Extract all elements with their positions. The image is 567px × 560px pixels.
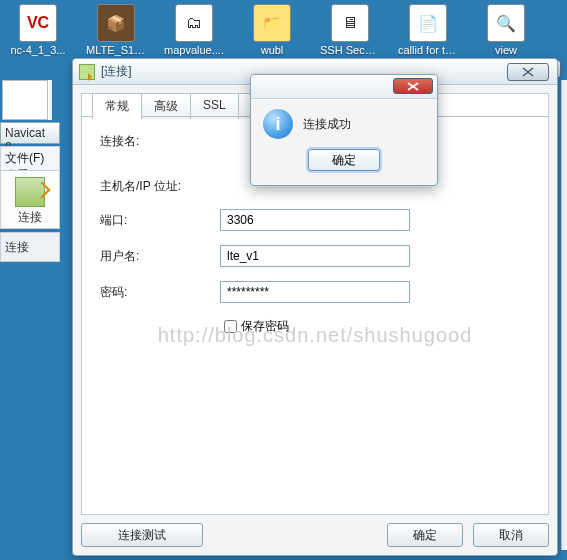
test-connection-button[interactable]: 连接测试 <box>81 523 203 547</box>
desktop-icon-view[interactable]: 🔍view <box>476 4 536 56</box>
side-panel-edge <box>561 80 567 550</box>
desktop-icon-ssh[interactable]: 🖥SSH Secure Shell Client <box>320 4 380 56</box>
label-username: 用户名: <box>100 248 220 265</box>
desktop-icon-vnc[interactable]: VCnc-4_1_3... <box>8 4 68 56</box>
connect-button-label: 连接 <box>1 209 59 226</box>
desktop-icon-mapvalue[interactable]: 🗂mapvalue.... <box>164 4 224 56</box>
messagebox-close-button[interactable] <box>393 78 433 94</box>
desktop-icon-wubl[interactable]: 📁wubl <box>242 4 302 56</box>
navicat-toolbar: 连接 <box>0 170 60 229</box>
save-password-row: 保存密码 <box>220 317 289 336</box>
username-input[interactable] <box>220 245 410 267</box>
label-password: 密码: <box>100 284 220 301</box>
save-password-label: 保存密码 <box>241 318 289 335</box>
navicat-sidebar-item[interactable]: 连接 <box>0 232 60 262</box>
cancel-button[interactable]: 取消 <box>473 523 549 547</box>
dialog-button-bar: 连接测试 确定 取消 <box>81 521 549 549</box>
messagebox: i 连接成功 确定 <box>250 74 438 186</box>
port-input[interactable] <box>220 209 410 231</box>
info-icon: i <box>263 109 293 139</box>
dialog-close-button[interactable] <box>507 63 549 81</box>
label-port: 端口: <box>100 212 220 229</box>
desktop-icon-mlte[interactable]: 📦MLTE_S1_... <box>86 4 146 56</box>
desktop-icon-callid[interactable]: 📄callid for test <box>398 4 458 56</box>
connect-icon[interactable] <box>15 177 45 207</box>
tab-general[interactable]: 常规 <box>92 93 142 119</box>
desktop: VCnc-4_1_3... 📦MLTE_S1_... 🗂mapvalue....… <box>0 0 567 60</box>
label-host: 主机名/IP 位址: <box>100 178 220 195</box>
messagebox-text: 连接成功 <box>303 116 351 133</box>
password-input[interactable] <box>220 281 410 303</box>
navicat-titlebar: Navicat 8 <box>0 122 60 144</box>
paper-icon <box>2 80 48 120</box>
messagebox-ok-button[interactable]: 确定 <box>308 149 380 171</box>
dialog-app-icon <box>79 64 95 80</box>
dialog-title: [连接] <box>101 63 132 80</box>
save-password-checkbox[interactable] <box>224 320 237 333</box>
messagebox-titlebar[interactable] <box>251 75 437 99</box>
ok-button[interactable]: 确定 <box>387 523 463 547</box>
sidebar-label: 连接 <box>5 240 29 254</box>
label-connection-name: 连接名: <box>100 133 220 150</box>
